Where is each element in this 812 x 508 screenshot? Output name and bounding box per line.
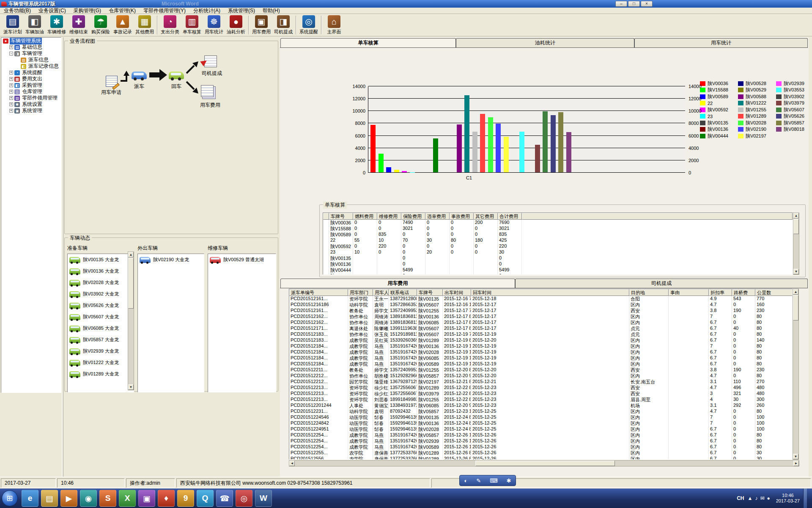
table-row[interactable]: PCD201512213...资环学院刘思春18991849983陕V01255… [289,397,792,403]
toolbar-button-other-fee[interactable]: ▦其他费用 [134,14,156,36]
table-row[interactable]: PCD20151224951动医学院邹春15929946139陕V0202820… [289,426,792,432]
table-row[interactable]: PCD20151224842动医学院邹春15929946139陕V0013620… [289,420,792,426]
table-row[interactable]: PCD201512161...资环学院王永一13872912808陕V00135… [289,296,792,302]
taskbar-icon-sogou-browser[interactable]: S [99,490,116,507]
tree-expander[interactable]: + [9,109,13,113]
tab-per-vehicle-accounting[interactable]: 单车核算 [280,38,456,47]
table-row[interactable]: PCD201512184...成教学院马燕13519167426陕V005892… [289,361,792,367]
menu-item-5[interactable]: 分析统计(A) [189,8,224,14]
tray-icon-2[interactable]: ✉ [760,495,764,501]
table-row[interactable]: PCD20151216186动科学院袁明13572866352陕V0560720… [289,302,792,308]
table-row[interactable]: PCD201512201244人事处黄德宝...13384931972.1375… [289,403,792,409]
tree-item-system-reminder[interactable]: +◔系统提醒 [1,69,61,76]
tree-item-warehouse-mgmt[interactable]: +▯仓库管理 [1,88,61,95]
tree-item-system-settings[interactable]: +✱系统设置 [1,101,61,108]
table-row[interactable]: PCD201512184...成教学院马燕13519167426陕V060852… [289,355,792,361]
accounting-table-scrollbar[interactable]: ▲ ▼ [793,213,799,275]
column-header[interactable]: 维修费用 [377,213,401,220]
menu-item-4[interactable]: 零部件领用管理(Y) [140,8,189,14]
menu-item-7[interactable]: 帮助(H) [259,8,284,14]
taskbar-icon-sogou-input[interactable]: 9 [177,490,194,507]
column-header[interactable]: 合计费用 [498,213,522,220]
menu-item-1[interactable]: 业务设置(C) [35,8,70,14]
table-row[interactable]: PCD201512183...成教学院吴红英15339260369陕V01289… [289,337,792,343]
column-header[interactable]: 派车单编号 [289,289,348,296]
flow-node-return[interactable] [169,72,184,79]
tree-item-parts-requisition-mgmt[interactable]: +▤零部件领用管理 [1,95,61,101]
toolbar-button-buy-insurance[interactable]: ☂购买保险 [90,14,112,36]
maximize-button[interactable]: □ [628,1,640,7]
tab-fuel-stats[interactable]: 油耗统计 [456,38,634,47]
flow-node-commission[interactable] [204,55,217,67]
toolbar-button-fuel-analysis[interactable]: ●油耗分析 [225,14,247,36]
toolbar-button-per-vehicle-accounting[interactable]: ▥单车核算 [181,14,203,36]
splitter[interactable] [62,37,63,477]
tree-item-vehicle-mgmt[interactable]: -◨车辆管理 [1,50,61,57]
usage-table-vscrollbar[interactable]: ▲ ▼ [793,289,799,460]
tree-item-root-vehicle-system[interactable]: ●车辆管理系统 [1,38,61,44]
toolbar-button-usage-fee[interactable]: ▣用车费用 [250,14,272,36]
table-row[interactable]: PCD201512183...协作单位张玉良15129189811陕V05607… [289,331,792,337]
ime-toolbar[interactable]: ◐✎⌨✱ [459,475,516,486]
tree-item-system-mgmt[interactable]: +▣系统管理 [1,108,61,114]
minimize-button[interactable]: – [615,1,627,7]
taskbar-icon-camera[interactable]: ◎ [236,490,252,507]
table-row[interactable]: PCD201512556...农学院唐保善13772533760陕V012892… [289,456,792,460]
list-item[interactable]: 陕V06085 大金龙 [68,323,134,334]
fleet-list-out[interactable]: 陕V02190 大金龙 [137,254,204,392]
toolbar-button-vehicle-repair[interactable]: ✱车辆维修 [46,14,68,36]
table-row[interactable]: PCD201512212...协作单位胡拴楼15129282966陕V05857… [289,373,792,379]
list-item[interactable]: 陕V02190 大金龙 [138,254,204,265]
table-row[interactable]: PCD201512161...教务处师学文13572409952陕V012552… [289,308,792,314]
tab-usage-fee[interactable]: 用车费用 [280,279,515,288]
list-item[interactable]: 陕V03902 大金龙 [68,288,134,300]
tab-driver-commission[interactable]: 司机提成 [515,279,808,288]
tree-expander[interactable]: + [9,102,13,106]
ime-icon-0[interactable]: ◐ [464,478,467,484]
taskbar-clock[interactable]: 10:46 2017-03-27 [776,493,800,504]
tree-item-expense-out[interactable]: +▦费用支出 [1,76,61,82]
toolbar-button-main-screen[interactable]: ⌂主界面 [323,14,345,36]
show-desktop-button[interactable] [803,489,807,508]
fleet-list-repair[interactable]: 陕V00529 普通太湖 [208,254,276,392]
flow-node-apply[interactable] [106,76,118,87]
list-item[interactable]: 陕V00529 普通太湖 [208,254,276,265]
list-item[interactable]: 陕V05607 大金龙 [68,311,134,323]
toolbar-button-vehicle-refuel[interactable]: ◧车辆加油 [24,14,46,36]
column-header[interactable]: 联系电话 [389,289,417,296]
taskbar-icon-folder[interactable]: ▤ [41,490,58,507]
toolbar-button-expense-category[interactable]: ◔支出分类 [159,14,181,36]
flow-node-dispatch[interactable] [132,72,147,79]
menu-item-3[interactable]: 仓库管理(K) [105,8,140,14]
flow-node-expense[interactable] [201,85,214,97]
tree-expander[interactable]: + [9,96,13,100]
ime-icon-3[interactable]: ✱ [507,478,511,484]
list-item[interactable]: 陕V05626 大金龙 [68,300,134,311]
table-row[interactable]: 陕V00036007490002007690 [323,220,793,226]
column-header[interactable]: 路桥费 [732,289,755,296]
column-header[interactable]: 事故费用 [450,213,474,220]
list-item[interactable]: 陕V00135 大金龙 [68,254,134,265]
table-row[interactable]: PCD201512231...动科学院袁明87092432陕V058572015… [289,409,792,414]
column-header[interactable]: 公里数 [755,289,793,296]
tree-item-dispatch-record-info[interactable]: ◧派车记录信息 [1,63,61,69]
close-button[interactable]: × [641,1,653,7]
column-header[interactable]: 用车部门 [348,289,373,296]
tree-expander[interactable]: + [9,77,13,81]
taskbar-icon-dialer[interactable]: ☎ [216,490,233,507]
menu-item-6[interactable]: 系统管理(S) [224,8,259,14]
table-row[interactable]: PCD201512254...成教学院马燕13519167426陕V029392… [289,438,792,444]
table-row[interactable]: 陕V155880030210003021 [323,226,793,232]
tray-icon-0[interactable]: ▲ [748,495,753,501]
tray-icon-1[interactable]: ♪ [755,495,757,501]
tree-item-basic-info[interactable]: +▤基础信息 [1,44,61,50]
list-item[interactable]: 陕V01222 大金龙 [68,357,134,368]
toolbar-button-vehicle-usage-stats[interactable]: ☸用车统计 [203,14,225,36]
table-row[interactable]: 225510703080180425 [323,237,793,243]
column-header[interactable]: 其它费用 [474,213,498,220]
taskbar-icon-firefox[interactable]: ♦ [158,490,175,507]
column-header[interactable]: 燃料费用 [353,213,377,220]
tray-language[interactable]: CH [737,495,744,501]
fleet-list-scrollbar[interactable]: ▲▼ [128,251,134,390]
column-header[interactable]: 车牌号 [417,289,443,296]
